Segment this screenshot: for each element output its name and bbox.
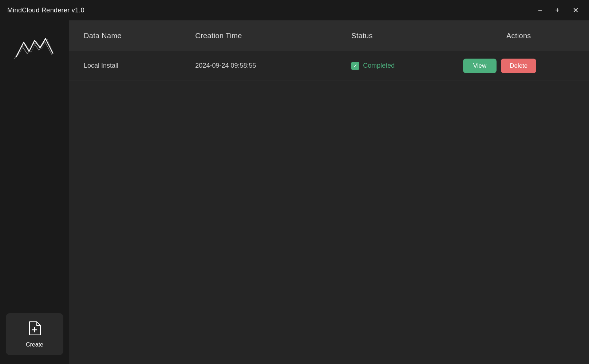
create-btn-container: Create (0, 307, 69, 364)
cell-status: ✓ Completed (351, 62, 463, 70)
maximize-button[interactable]: + (552, 5, 562, 15)
minimize-button[interactable]: − (535, 5, 545, 15)
create-button[interactable]: Create (6, 313, 63, 355)
app-logo (13, 35, 56, 64)
status-check-icon: ✓ (351, 62, 359, 70)
status-text: Completed (363, 62, 395, 70)
close-button[interactable]: ✕ (570, 5, 582, 15)
cell-actions: View Delete (463, 59, 574, 73)
view-button[interactable]: View (463, 59, 497, 73)
app-window: MindCloud Renderer v1.0 − + ✕ (0, 0, 589, 364)
cell-creation-time: 2024-09-24 09:58:55 (195, 62, 351, 70)
create-file-icon (27, 320, 42, 336)
table-body: Local Install 2024-09-24 09:58:55 ✓ Comp… (69, 51, 589, 364)
header-data-name: Data Name (84, 32, 195, 40)
title-bar: MindCloud Renderer v1.0 − + ✕ (0, 0, 589, 20)
table-row: Local Install 2024-09-24 09:58:55 ✓ Comp… (69, 51, 589, 80)
table-header: Data Name Creation Time Status Actions (69, 20, 589, 51)
table-area: Data Name Creation Time Status Actions L… (69, 20, 589, 364)
create-label: Create (26, 341, 43, 348)
header-creation-time: Creation Time (195, 32, 351, 40)
create-icon (27, 320, 42, 339)
header-actions: Actions (463, 32, 574, 40)
logo-container (5, 28, 64, 71)
sidebar: Create (0, 20, 69, 364)
window-controls: − + ✕ (535, 5, 582, 15)
delete-button[interactable]: Delete (501, 59, 536, 73)
main-content: Create Data Name Creation Time Status Ac… (0, 20, 589, 364)
header-status: Status (351, 32, 463, 40)
app-title: MindCloud Renderer v1.0 (7, 7, 84, 14)
cell-data-name: Local Install (84, 62, 195, 70)
